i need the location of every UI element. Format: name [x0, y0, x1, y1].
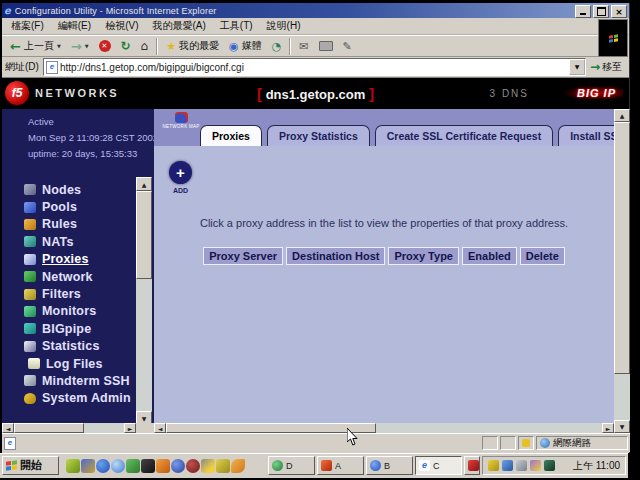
quicklaunch-icon-12[interactable] [231, 459, 245, 473]
sidebar-scrollbar[interactable]: ▲ ▼ [136, 177, 152, 425]
monitors-icon [24, 306, 36, 317]
tab-create-ssl-certificate-request[interactable]: Create SSL Certificate Request [375, 125, 553, 146]
media-icon: ◉ [229, 40, 239, 53]
forward-button[interactable]: → ▼ [66, 36, 94, 56]
add-button[interactable]: + [169, 161, 192, 184]
sidebar-item-nodes[interactable]: Nodes [24, 181, 131, 198]
refresh-button[interactable]: ↻ [116, 36, 136, 56]
tray-icon-2[interactable] [502, 460, 513, 471]
quicklaunch-icon-7[interactable] [156, 459, 170, 473]
windows-flag-icon [609, 34, 618, 42]
network-map-button[interactable]: NETWORK MAP [159, 112, 203, 129]
column-proxy-type[interactable]: Proxy Type [388, 247, 459, 265]
minimize-icon [580, 13, 586, 15]
tab-proxy-statistics[interactable]: Proxy Statistics [267, 125, 370, 146]
sidebar-item-mindterm-ssh[interactable]: Mindterm SSH [24, 372, 131, 389]
scrollbar-thumb[interactable] [136, 191, 152, 279]
quicklaunch-icon-11[interactable] [216, 459, 230, 473]
quicklaunch-icon-9[interactable] [186, 459, 200, 473]
sidebar-item-monitors[interactable]: Monitors [24, 303, 131, 320]
menu-help[interactable]: 說明(H) [260, 18, 308, 34]
home-button[interactable]: ⌂ [136, 36, 154, 56]
sidebar-item-proxies[interactable]: Proxies [24, 251, 131, 268]
content-hscrollbar[interactable]: ◄ ► [154, 423, 614, 433]
sidebar-item-nats[interactable]: NATs [24, 233, 131, 250]
close-button[interactable]: × [611, 5, 627, 18]
task-button-3[interactable]: B [366, 456, 413, 475]
taskbar-clock[interactable]: 上午 11:00 [573, 459, 620, 473]
scroll-down-icon[interactable]: ▼ [614, 420, 630, 433]
media-button[interactable]: ◉ 媒體 [224, 36, 267, 56]
task-label: D [286, 461, 293, 471]
quicklaunch-icon-4[interactable] [111, 459, 125, 473]
quicklaunch-icon-3[interactable] [96, 459, 110, 473]
f5-logo[interactable]: f5 [5, 81, 29, 105]
quicklaunch-icon-8[interactable] [171, 459, 185, 473]
print-button[interactable] [314, 36, 338, 56]
brand-name: NETWORKS [35, 87, 119, 99]
scroll-left-icon[interactable]: ◄ [154, 423, 166, 433]
tab-install-ssl-certificate[interactable]: Install SSL Certif [558, 125, 614, 146]
address-dropdown-button[interactable]: ▼ [569, 59, 585, 75]
favorites-icon: ★ [166, 40, 176, 53]
menu-tools[interactable]: 工具(T) [213, 18, 260, 34]
scroll-right-icon[interactable]: ► [124, 423, 136, 433]
tray-icon-5[interactable] [544, 460, 555, 471]
scrollbar-thumb[interactable] [166, 423, 376, 433]
quicklaunch-icon-5[interactable] [126, 459, 140, 473]
quicklaunch-icon-10[interactable] [201, 459, 215, 473]
task-button-2[interactable]: A [317, 456, 364, 475]
log-files-icon [28, 358, 40, 369]
scroll-right-icon[interactable]: ► [602, 423, 614, 433]
sidebar-hscrollbar[interactable]: ◄ ► [2, 423, 136, 433]
scroll-left-icon[interactable]: ◄ [2, 423, 14, 433]
task-button-5[interactable]: M [464, 456, 480, 475]
tray-icon-3[interactable] [516, 460, 527, 471]
minimize-button[interactable] [575, 5, 591, 18]
back-label: 上一頁 [24, 39, 54, 53]
quicklaunch-icon-6[interactable] [141, 459, 155, 473]
back-button[interactable]: ← 上一頁 ▼ [5, 36, 66, 56]
internet-zone-icon [540, 438, 550, 448]
content-scrollbar[interactable]: ▲ ▼ [614, 109, 630, 433]
quicklaunch-icon-1[interactable] [66, 459, 80, 473]
sidebar-item-pools[interactable]: Pools [24, 198, 131, 215]
sidebar-item-log-files[interactable]: Log Files [24, 355, 131, 372]
column-destination-host[interactable]: Destination Host [286, 247, 385, 265]
tab-proxies[interactable]: Proxies [200, 125, 262, 146]
sidebar-item-bigpipe[interactable]: BIGpipe [24, 320, 131, 337]
task-button-4-active[interactable]: e C [415, 456, 462, 475]
column-enabled[interactable]: Enabled [462, 247, 517, 265]
f5-banner: f5 NETWORKS [ dns1.getop.com ] 3 DNS BIG… [2, 78, 629, 109]
go-button[interactable]: → 移至 [586, 58, 626, 76]
task-button-1[interactable]: D [268, 456, 315, 475]
quicklaunch-icon-2[interactable] [81, 459, 95, 473]
history-icon: ◔ [272, 40, 282, 53]
scrollbar-thumb[interactable] [14, 423, 84, 433]
sidebar-item-network[interactable]: Network [24, 268, 131, 285]
scroll-up-icon[interactable]: ▲ [614, 109, 630, 122]
address-input[interactable] [58, 60, 569, 74]
scrollbar-thumb[interactable] [614, 122, 630, 374]
menu-view[interactable]: 檢視(V) [98, 18, 145, 34]
column-delete[interactable]: Delete [520, 247, 565, 265]
sidebar-item-statistics[interactable]: Statistics [24, 338, 131, 355]
tray-icon-4[interactable] [530, 460, 541, 471]
toolbar-separator [156, 38, 158, 55]
stop-button[interactable]: ✕ [94, 36, 116, 56]
sidebar-item-system-admin[interactable]: System Admin [24, 390, 131, 407]
menu-favorites[interactable]: 我的最愛(A) [145, 18, 212, 34]
scroll-up-icon[interactable]: ▲ [136, 177, 152, 191]
favorites-button[interactable]: ★ 我的最愛 [161, 36, 224, 56]
history-button[interactable]: ◔ [267, 36, 287, 56]
mail-button[interactable]: ✉ [294, 36, 313, 56]
sidebar-item-filters[interactable]: Filters [24, 285, 131, 302]
restore-button[interactable] [593, 5, 609, 18]
tray-icon-1[interactable] [488, 460, 499, 471]
column-proxy-server[interactable]: Proxy Server [203, 247, 283, 265]
menu-edit[interactable]: 編輯(E) [51, 18, 98, 34]
edit-button[interactable]: ✎ [338, 36, 357, 56]
menu-file[interactable]: 檔案(F) [4, 18, 51, 34]
sidebar-item-rules[interactable]: Rules [24, 216, 131, 233]
start-button[interactable]: 開始 [2, 456, 59, 475]
